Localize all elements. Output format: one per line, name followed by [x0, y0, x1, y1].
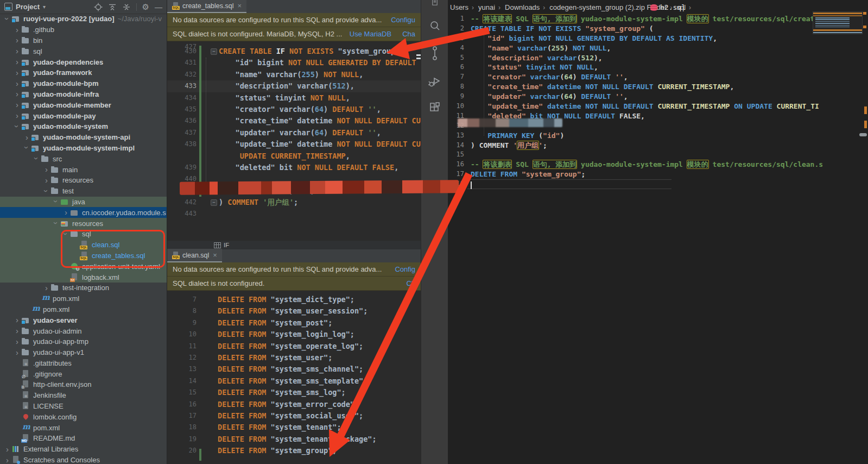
tree-item[interactable]: yudao-module-pay [0, 110, 167, 121]
tree-chevron-icon[interactable] [13, 316, 21, 324]
tree-item[interactable]: bin [0, 35, 167, 46]
tree-item[interactable]: yudao-module-infra [0, 89, 167, 100]
breadcrumb-item[interactable]: yunai› [478, 3, 504, 11]
breadcrumb-file[interactable]: h2.sql [650, 3, 686, 11]
tree-item[interactable]: yudao-dependencies [0, 57, 167, 67]
tree-item[interactable]: test [0, 186, 167, 197]
tree-item[interactable]: yudao-module-system [0, 121, 167, 132]
tree-item[interactable]: .gitattributes [0, 358, 167, 369]
tree-chevron-icon[interactable] [52, 219, 60, 228]
tree-item[interactable]: java [0, 197, 167, 208]
book-icon[interactable] [429, 0, 440, 7]
tree-item[interactable]: yudao-ui-app-v1 [0, 347, 167, 358]
tree-chevron-icon[interactable] [13, 79, 21, 88]
change-dialect-link[interactable]: Cha [402, 30, 415, 38]
tree-item-label: resources [62, 176, 93, 184]
settings-gear-icon[interactable]: ⚙ [142, 2, 149, 12]
tree-chevron-icon[interactable] [33, 154, 41, 163]
tree-chevron-icon[interactable] [13, 348, 21, 357]
tree-item[interactable]: pom.xml [0, 304, 167, 315]
breadcrumb-item[interactable]: Users› [450, 3, 477, 11]
tree-chevron-icon[interactable] [42, 165, 50, 174]
tree-chevron-icon[interactable] [13, 327, 21, 335]
banner-link[interactable]: Config [395, 265, 415, 273]
tree-item[interactable]: Jenkinsfile [0, 390, 167, 401]
structure-breadcrumb[interactable]: IF [167, 241, 421, 249]
tree-chevron-icon[interactable] [13, 68, 21, 77]
editor-h2-sql[interactable]: 1-- 将该建表 SQL 语句, 添加到 yudao-module-system… [448, 14, 868, 464]
tree-chevron-icon[interactable] [13, 36, 21, 45]
tree-chevron-icon[interactable] [62, 208, 70, 217]
collapse-all-icon[interactable] [108, 3, 117, 11]
tree-item[interactable]: .github [0, 24, 167, 35]
tree-item[interactable]: ruoyi-vue-pro-2022 [yudao] ~/Java/ruoyi-… [0, 14, 167, 24]
banner-link[interactable]: Configu [391, 16, 415, 24]
tree-item[interactable]: yudao-ui-admin [0, 325, 167, 336]
tree-chevron-icon[interactable] [13, 337, 21, 346]
tree-item[interactable]: src [0, 153, 167, 164]
tree-chevron-icon[interactable] [13, 47, 21, 55]
tree-item[interactable]: LICENSE [0, 401, 167, 412]
use-mariadb-link[interactable]: Use MariaDB [350, 30, 391, 38]
tree-chevron-icon[interactable] [42, 284, 50, 292]
tree-item[interactable]: lombok.config [0, 411, 167, 422]
tree-item[interactable]: Scratches and Consoles [0, 455, 167, 464]
tree-item[interactable]: pom.xml [0, 293, 167, 304]
tree-item[interactable]: pom.xml [0, 422, 167, 433]
tree-chevron-icon[interactable] [52, 197, 60, 206]
tree-chevron-icon[interactable] [13, 101, 21, 109]
tree-item-icon [21, 434, 30, 442]
close-tab-icon[interactable]: × [213, 251, 217, 259]
locate-file-icon[interactable] [94, 3, 103, 11]
tree-item[interactable]: External Libraries [0, 444, 167, 455]
tree-item[interactable]: logback.xml [0, 272, 167, 283]
tree-item[interactable]: yudao-server [0, 315, 167, 325]
tree-item[interactable]: README.md [0, 433, 167, 444]
tree-item[interactable]: yudao-module-member [0, 99, 167, 110]
tree-item[interactable]: yudao-module-system-api [0, 132, 167, 143]
tab-create-tables-sql[interactable]: create_tables.sql × [167, 0, 246, 13]
tree-item-icon [21, 68, 30, 77]
tab-clean-sql[interactable]: clean.sql × [167, 249, 222, 262]
tree-chevron-icon[interactable] [3, 445, 11, 454]
tree-chevron-icon[interactable] [13, 26, 21, 34]
editor-clean-sql[interactable]: 7DELETE FROM "system_dict_type";8DELETE … [167, 291, 421, 464]
code-minimap[interactable] [813, 11, 863, 34]
tree-chevron-icon[interactable] [42, 187, 50, 196]
tree-chevron-icon[interactable] [3, 15, 11, 23]
scrollbar-handle[interactable] [859, 133, 867, 136]
tree-item[interactable]: resources [0, 175, 167, 186]
project-panel-title[interactable]: Project [16, 3, 40, 11]
tree-item[interactable]: cn.iocoder.yudao.module.s [0, 207, 167, 218]
debug-run-icon[interactable] [428, 74, 442, 88]
breadcrumb-item[interactable]: Downloads› [505, 3, 548, 11]
tree-chevron-icon[interactable] [13, 111, 21, 120]
close-tab-icon[interactable]: × [238, 2, 242, 10]
search-icon[interactable] [428, 20, 441, 33]
tree-item-label: yudao-ui-app-v1 [33, 348, 84, 356]
tree-chevron-icon[interactable] [13, 122, 21, 131]
tree-chevron-icon[interactable] [23, 133, 31, 142]
change-dialect-link[interactable]: Ch [406, 279, 415, 287]
tree-chevron-icon[interactable] [42, 176, 50, 185]
tree-item[interactable]: main [0, 164, 167, 175]
plugin-window-icon[interactable] [428, 101, 441, 114]
tree-item[interactable]: yudao-module-system-impl [0, 143, 167, 154]
tree-chevron-icon[interactable] [23, 143, 31, 152]
tree-chevron-icon[interactable] [13, 90, 21, 98]
tree-chevron-icon[interactable] [3, 456, 11, 464]
expand-collapse-icon[interactable] [122, 3, 131, 11]
hide-panel-icon[interactable]: — [155, 3, 162, 11]
chevron-down-icon[interactable]: ▾ [43, 4, 46, 10]
tree-item[interactable]: yudao-ui-app-tmp [0, 336, 167, 347]
tree-item[interactable]: test-integration [0, 283, 167, 293]
tree-item[interactable]: http-client.env.json [0, 379, 167, 390]
commit-icon[interactable] [429, 46, 441, 61]
tree-item[interactable]: resources [0, 218, 167, 229]
tree-item[interactable]: yudao-module-bpm [0, 78, 167, 89]
tree-item[interactable]: yudao-framework [0, 67, 167, 78]
tree-chevron-icon[interactable] [13, 58, 21, 66]
tree-item[interactable]: sql [0, 46, 167, 57]
tree-item[interactable]: .gitignore [0, 368, 167, 379]
tab-label: create_tables.sql [182, 2, 234, 10]
